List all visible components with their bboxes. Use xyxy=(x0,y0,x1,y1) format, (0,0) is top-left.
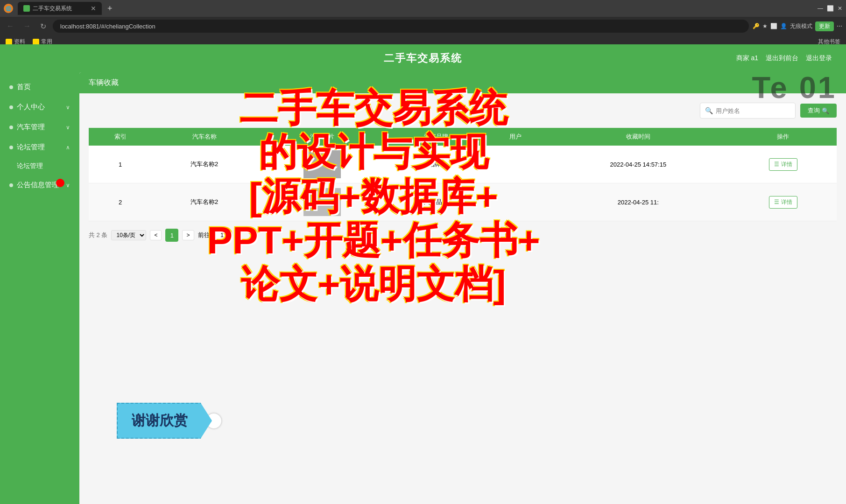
chevron-icon-notice: ∨ xyxy=(66,182,70,189)
page-jump-input[interactable] xyxy=(214,231,231,240)
split-icon[interactable]: ⬜ xyxy=(770,23,777,29)
sidebar-dot-3 xyxy=(9,126,13,129)
app-title: 二手车交易系统 xyxy=(384,51,462,65)
search-input-wrap: 🔍 xyxy=(700,103,796,119)
detail-label-2: 详情 xyxy=(781,198,792,206)
td-brand-1: 品牌2 xyxy=(388,146,484,183)
content-header-title: 车辆收藏 xyxy=(89,78,119,86)
search-input[interactable] xyxy=(716,107,790,114)
detail-icon-2: ☰ xyxy=(774,199,779,205)
sidebar-dot-4 xyxy=(9,146,13,149)
logout-btn[interactable]: 退出登录 xyxy=(806,54,832,63)
goto-label: 前往 xyxy=(198,231,210,239)
banner-circle xyxy=(206,413,221,428)
star-icon[interactable]: ★ xyxy=(762,23,768,29)
lock-icon: 🔑 xyxy=(753,23,760,29)
address-bar: ← → ↻ 🔑 ★ ⬜ 👤 无痕模式 更新 ⋯ xyxy=(0,17,846,35)
browser-actions: 🔑 ★ ⬜ 👤 无痕模式 更新 ⋯ xyxy=(753,21,842,31)
main-layout: 首页 个人中心 ∨ 汽车管理 ∨ 论坛管理 ∧ 论坛管理 公 xyxy=(0,72,846,504)
next-page-btn[interactable]: > xyxy=(182,230,194,240)
tab-bar: 🌐 二手车交易系统 ✕ + — ⬜ ✕ xyxy=(0,0,846,17)
td-car-image-2 xyxy=(257,183,388,221)
goto-frontend-btn[interactable]: 退出到前台 xyxy=(766,54,798,63)
sidebar-label-notice: 公告信息管理 xyxy=(17,181,59,189)
td-index-2: 2 xyxy=(89,183,152,221)
refresh-btn[interactable]: ↻ xyxy=(37,20,49,33)
tab-title: 二手车交易系统 xyxy=(33,5,72,13)
banner-text: 谢谢欣赏 xyxy=(132,413,188,428)
pagination: 共 2 条 10条/页 20条/页 50条/页 < 1 > 前往 页 xyxy=(89,229,837,242)
notice-badge xyxy=(56,179,64,187)
th-action: 操作 xyxy=(729,128,837,146)
td-action-1: ☰ 详情 xyxy=(729,146,837,183)
td-index-1: 1 xyxy=(89,146,152,183)
page-suffix: 页 xyxy=(234,231,240,239)
app-container: 二手车交易系统 商家 a1 退出到前台 退出登录 首页 个人中心 ∨ 汽车管理 … xyxy=(0,44,846,504)
browser-icon: 🌐 xyxy=(4,4,13,13)
minimize-btn[interactable]: — xyxy=(818,5,823,12)
chevron-icon-car: ∨ xyxy=(66,124,70,131)
table-row: 1 汽车名称2 品牌2 2022-04-25 14:57:15 ☰ xyxy=(89,146,837,183)
forward-btn[interactable]: → xyxy=(21,20,34,32)
sidebar-label-home: 首页 xyxy=(17,83,31,91)
restore-btn[interactable]: ⬜ xyxy=(827,5,834,12)
address-input[interactable] xyxy=(53,20,749,33)
th-car-name: 汽车名称 xyxy=(152,128,257,146)
sidebar-item-personal[interactable]: 个人中心 ∨ xyxy=(0,97,79,117)
sidebar-sublabel-forum: 论坛管理 xyxy=(17,162,43,169)
prev-page-btn[interactable]: < xyxy=(150,230,162,240)
page-1-btn[interactable]: 1 xyxy=(165,229,178,242)
td-car-name-1: 汽车名称2 xyxy=(152,146,257,183)
td-time-1: 2022-04-25 14:57:15 xyxy=(547,146,729,183)
bottom-banner: 谢谢欣赏 xyxy=(117,403,221,439)
banner-arrow: 谢谢欣赏 xyxy=(117,403,212,439)
search-icon: 🔍 xyxy=(705,107,713,114)
td-time-2: 2022-04-25 11: xyxy=(547,183,729,221)
td-brand-2: 汽车品牌 xyxy=(388,183,484,221)
td-car-image-1 xyxy=(257,146,388,183)
search-btn-label: 查询 xyxy=(808,106,820,115)
content-header: 车辆收藏 xyxy=(79,72,846,93)
new-tab-btn[interactable]: + xyxy=(104,4,116,14)
update-btn[interactable]: 更新 xyxy=(815,21,834,31)
sidebar-item-car-mgmt[interactable]: 汽车管理 ∨ xyxy=(0,117,79,137)
sidebar-dot xyxy=(9,85,13,89)
sidebar-label-car: 汽车管理 xyxy=(17,123,45,132)
back-btn[interactable]: ← xyxy=(4,20,17,32)
tab-close-btn[interactable]: ✕ xyxy=(91,5,96,12)
sidebar: 首页 个人中心 ∨ 汽车管理 ∨ 论坛管理 ∧ 论坛管理 公 xyxy=(0,72,79,504)
car-thumbnail-1 xyxy=(303,150,341,178)
detail-btn-2[interactable]: ☰ 详情 xyxy=(769,196,797,209)
chevron-down-icon: ∨ xyxy=(66,104,70,111)
td-user-1 xyxy=(484,146,547,183)
total-count: 共 2 条 xyxy=(89,231,107,239)
sidebar-dot-5 xyxy=(9,183,13,187)
td-action-2: ☰ 详情 xyxy=(729,183,837,221)
chevron-icon-forum: ∧ xyxy=(66,144,70,151)
content-area: 车辆收藏 🔍 查询 🔍 xyxy=(79,72,846,504)
sidebar-item-notice[interactable]: 公告信息管理 ∨ xyxy=(0,175,79,195)
car-thumbnail-2 xyxy=(303,188,341,216)
detail-btn-1[interactable]: ☰ 详情 xyxy=(769,158,797,171)
profile-icon[interactable]: 👤 xyxy=(780,23,787,29)
td-user-2 xyxy=(484,183,547,221)
close-btn[interactable]: ✕ xyxy=(838,5,842,12)
td-car-name-2: 汽车名称2 xyxy=(152,183,257,221)
tab-favicon xyxy=(23,5,30,12)
app-header: 二手车交易系统 商家 a1 退出到前台 退出登录 xyxy=(0,44,846,72)
th-car-brand: 汽车品牌 xyxy=(388,128,484,146)
table-header-row: 索引 汽车名称 汽车图片 汽车品牌 用户 收藏时间 操作 xyxy=(89,128,837,146)
active-tab[interactable]: 二手车交易系统 ✕ xyxy=(18,2,102,15)
menu-btn[interactable]: ⋯ xyxy=(837,23,842,29)
sidebar-item-forum-mgmt[interactable]: 论坛管理 ∧ xyxy=(0,137,79,157)
search-button[interactable]: 查询 🔍 xyxy=(800,104,837,118)
sidebar-dot-2 xyxy=(9,105,13,109)
content-body: 🔍 查询 🔍 索引 汽车名称 汽车图片 xyxy=(79,93,846,251)
page-size-select[interactable]: 10条/页 20条/页 50条/页 xyxy=(111,230,146,240)
th-collect-time: 收藏时间 xyxy=(547,128,729,146)
sidebar-item-home[interactable]: 首页 xyxy=(0,77,79,97)
detail-label-1: 详情 xyxy=(781,161,792,168)
bookmarks-right-label: 其他书签 xyxy=(818,38,840,45)
th-index: 索引 xyxy=(89,128,152,146)
sidebar-subitem-forum[interactable]: 论坛管理 xyxy=(0,157,79,175)
